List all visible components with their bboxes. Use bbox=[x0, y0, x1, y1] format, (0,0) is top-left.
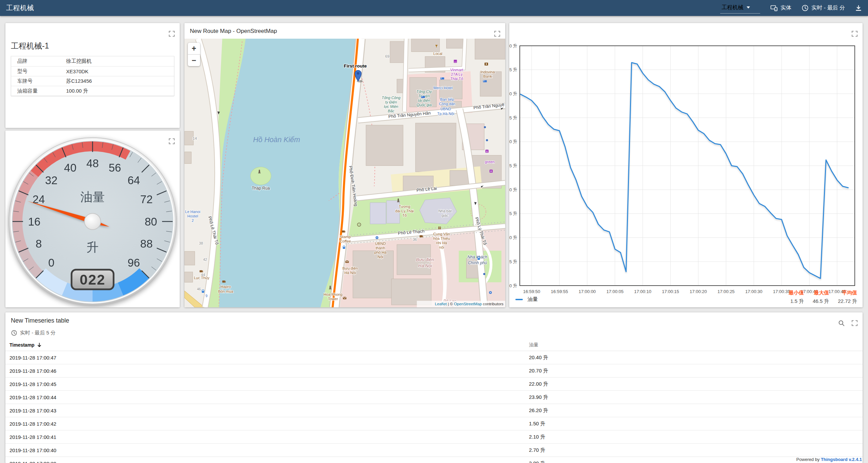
export-button[interactable] bbox=[855, 5, 862, 12]
download-icon bbox=[855, 5, 862, 12]
map-label: 27A Lý bbox=[451, 72, 463, 76]
map-label: Tổng Cty bbox=[416, 90, 432, 94]
map-label: 14 bbox=[193, 136, 197, 140]
map-label: thành bbox=[376, 246, 385, 250]
chart-legend[interactable]: 油量 bbox=[515, 296, 538, 303]
map-label: lực Miền bbox=[384, 104, 398, 109]
svg-text:72: 72 bbox=[140, 193, 153, 206]
table-row[interactable]: 2019-11-28 17:00:4423.90 升 bbox=[5, 391, 863, 404]
table-row[interactable]: 2019-11-28 17:00:412.10 升 bbox=[5, 430, 863, 444]
attribute-label: 型号 bbox=[11, 68, 66, 75]
chevron-down-icon bbox=[747, 6, 750, 8]
svg-text:48: 48 bbox=[86, 157, 99, 170]
map-label: phố Hà bbox=[374, 250, 387, 254]
map-label: Bắc bbox=[388, 109, 395, 113]
map-label: Tower bbox=[328, 297, 338, 301]
table-row[interactable]: 2019-11-28 17:00:393.80 升 bbox=[5, 457, 863, 463]
svg-text:16: 16 bbox=[28, 215, 41, 228]
svg-text:24: 24 bbox=[33, 193, 45, 206]
map-label: Bốn mùa bbox=[218, 289, 233, 293]
route-marker-label: First route bbox=[344, 63, 367, 69]
cart-poi-icon bbox=[454, 60, 457, 63]
stat-avg-header: 平均值 bbox=[838, 290, 857, 296]
stat-max-value: 46.5 升 bbox=[813, 298, 829, 305]
entity-name: 工程机械-1 bbox=[5, 23, 180, 56]
svg-text:17:00:05: 17:00:05 bbox=[606, 289, 624, 294]
map-label: 46 bbox=[197, 287, 201, 291]
openstreetmap-canvas[interactable]: Hồ Hoàn KiếmTháp RùaPhố Đinh Tiên HoàngP… bbox=[184, 39, 505, 307]
attribute-value: XE370DK bbox=[66, 69, 88, 74]
clock-icon bbox=[11, 330, 17, 336]
svg-text:40 升: 40 升 bbox=[509, 91, 517, 96]
svg-text:45 升: 45 升 bbox=[509, 67, 517, 72]
bank-poi-icon bbox=[485, 63, 488, 65]
svg-text:25 升: 25 升 bbox=[509, 163, 517, 168]
amp-poi-icon: & bbox=[486, 150, 489, 153]
svg-text:5 升: 5 升 bbox=[509, 259, 517, 264]
amp-poi-icon: & bbox=[490, 170, 493, 173]
fullscreen-icon[interactable] bbox=[851, 31, 858, 37]
map-island bbox=[251, 167, 271, 185]
fuel-gauge: 081624324048566472808896油量升022 bbox=[5, 131, 180, 307]
fullscreen-icon[interactable] bbox=[169, 138, 175, 144]
table-timewindow[interactable]: 实时 - 最后 5 分 bbox=[5, 326, 863, 336]
cell-value: 20.40 升 bbox=[529, 354, 548, 361]
map-label: 9 bbox=[205, 294, 208, 298]
svg-text:32: 32 bbox=[45, 174, 58, 187]
map-label: Le Hanoi bbox=[185, 210, 200, 214]
attribute-value: 苏C123456 bbox=[66, 78, 92, 84]
cell-timestamp: 2019-11-28 17:00:40 bbox=[5, 447, 529, 453]
table-row[interactable]: 2019-11-28 17:00:4522.00 升 bbox=[5, 378, 863, 391]
map-label: Hoa Phong bbox=[323, 292, 342, 296]
column-header-value[interactable]: 油量 bbox=[529, 342, 538, 348]
thingsboard-version-link[interactable]: Thingsboard v.2.4.1 bbox=[821, 457, 862, 462]
table-row[interactable]: 2019-11-28 17:00:4620.70 升 bbox=[5, 364, 863, 378]
fullscreen-icon[interactable] bbox=[169, 31, 175, 37]
svg-text:96: 96 bbox=[127, 256, 140, 269]
map-label: Bank bbox=[484, 74, 492, 78]
table-timewindow-label: 实时 - 最后 5 分 bbox=[20, 330, 56, 336]
map-label: Tp Hà Nội bbox=[437, 112, 454, 116]
table-row[interactable]: 2019-11-28 17:00:421.50 升 bbox=[5, 417, 863, 430]
fullscreen-icon[interactable] bbox=[851, 320, 858, 326]
entity-attributes-table: 品牌徐工挖掘机型号XE370DK车牌号苏C123456油箱容量100.00 升 bbox=[11, 56, 174, 96]
svg-text:0: 0 bbox=[48, 256, 54, 269]
svg-text:0 升: 0 升 bbox=[509, 283, 517, 288]
cell-timestamp: 2019-11-28 17:00:45 bbox=[5, 381, 529, 387]
entity-select-dropdown[interactable]: 工程机械 bbox=[720, 3, 760, 14]
attribute-value: 100.00 升 bbox=[66, 88, 88, 94]
map-label: UBND bbox=[375, 242, 386, 246]
map-label: green bbox=[485, 160, 495, 164]
svg-text:17:00:00: 17:00:00 bbox=[578, 289, 596, 294]
stat-min-value: 1.5 升 bbox=[789, 298, 804, 305]
cell-timestamp: 2019-11-28 17:00:41 bbox=[5, 434, 529, 440]
fullscreen-icon[interactable] bbox=[494, 31, 500, 37]
table-row[interactable]: 2019-11-28 17:00:402.70 升 bbox=[5, 444, 863, 457]
svg-text:17:00:20: 17:00:20 bbox=[690, 289, 707, 294]
svg-text:40: 40 bbox=[64, 161, 77, 174]
cell-timestamp: 2019-11-28 17:00:46 bbox=[5, 368, 529, 374]
bus-poi-icon bbox=[202, 290, 204, 293]
map-label: 38 bbox=[199, 241, 203, 245]
entity-label: 实体 bbox=[781, 4, 791, 12]
line-chart[interactable]: 0 升5 升10 升15 升20 升25 升30 升35 升40 升45 升50… bbox=[509, 23, 863, 298]
table-row[interactable]: 2019-11-28 17:00:4326.20 升 bbox=[5, 404, 863, 417]
entity-filter-button[interactable]: 实体 bbox=[770, 4, 791, 12]
timewindow-button[interactable]: 实时 - 最后 分 bbox=[802, 4, 845, 12]
map-label: Hostel bbox=[188, 214, 198, 218]
table-row[interactable]: 2019-11-28 17:00:4720.40 升 bbox=[5, 351, 863, 364]
column-header-timestamp[interactable]: Timestamp bbox=[5, 342, 529, 348]
map-label: Thái Tổ bbox=[450, 77, 463, 81]
zoom-in-button[interactable]: + bbox=[188, 43, 200, 54]
map-label: 42 bbox=[203, 257, 207, 262]
zoom-out-button[interactable]: − bbox=[188, 55, 200, 66]
search-icon[interactable] bbox=[838, 320, 845, 327]
attribute-label: 油箱容量 bbox=[11, 88, 66, 94]
map-label: Tổng Công bbox=[382, 96, 401, 100]
map-label: hóa Thiếu bbox=[433, 236, 450, 240]
svg-text:升: 升 bbox=[86, 240, 99, 254]
map-label: Hà Nội bbox=[418, 263, 432, 268]
map-label: ty Điện bbox=[385, 100, 397, 104]
map-label: Tháp Rùa bbox=[252, 186, 270, 191]
map-attribution[interactable]: Leaflet | © OpenStreetMap contributors bbox=[435, 302, 504, 306]
